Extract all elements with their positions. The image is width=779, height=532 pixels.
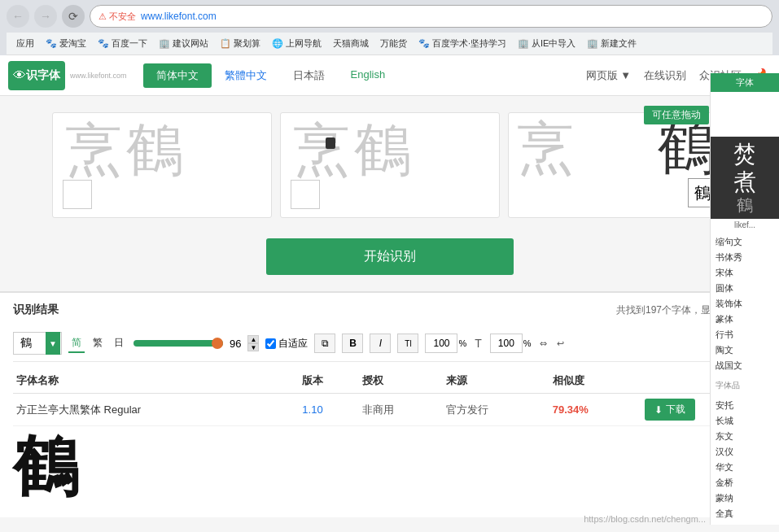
copy-icon: ⧉ bbox=[322, 338, 329, 349]
sidebar-item-changcheng[interactable]: 长城 bbox=[716, 413, 774, 429]
slider-value: 96 bbox=[230, 338, 241, 350]
filter-tab-traditional[interactable]: 繁 bbox=[90, 334, 106, 353]
char-card-2: 烹 鶴 bbox=[280, 112, 500, 218]
char-dropdown-btn[interactable]: ▼ bbox=[46, 332, 60, 355]
version-link[interactable]: 1.10 bbox=[302, 403, 322, 416]
apps-label: 应用 bbox=[16, 37, 34, 50]
char-card-3: 烹 鶴 鶴 bbox=[508, 112, 728, 218]
back-button[interactable]: ← bbox=[7, 5, 29, 28]
sidebar-item-suoju[interactable]: 缩句文 bbox=[716, 234, 774, 250]
draggable-popup[interactable]: 可任意拖动 bbox=[644, 106, 709, 124]
table-body: 方正兰亭大黑繁体 Regular 1.10 非商用 官方发行 bbox=[13, 394, 766, 426]
sidebar-item-dongwen[interactable]: 东文 bbox=[716, 429, 774, 444]
bookmark-ie-import[interactable]: 🏢 从IE中导入 bbox=[513, 36, 580, 51]
card2-bg-char1: 烹 bbox=[293, 121, 350, 178]
tab-japanese[interactable]: 日本語 bbox=[280, 63, 338, 88]
preview-char-2: 煮 bbox=[715, 168, 775, 196]
bookmark-suggest[interactable]: 🏢 建议网站 bbox=[154, 36, 213, 51]
bookmark-juhua[interactable]: 📋 聚划算 bbox=[215, 36, 265, 51]
similarity-cell: 79.34% bbox=[549, 394, 642, 426]
filter-tab-simplified[interactable]: 简 bbox=[68, 334, 85, 353]
license-cell: 非商用 bbox=[359, 394, 442, 426]
auto-fit-checkbox-wrap: 自适应 bbox=[265, 337, 308, 351]
bookmark-icon-4: 📋 bbox=[220, 38, 231, 49]
sidebar-item-xingshu[interactable]: 行书 bbox=[716, 327, 774, 342]
right-sidebar: 字体 可任意拖动 焚 煮 鶴 likef... 缩句文 书体秀 宋体 圆体 装饰… bbox=[710, 73, 779, 517]
sidebar-item-hanyi[interactable]: 汉仪 bbox=[716, 444, 774, 460]
font-table: 字体名称 版本 授权 来源 相似度 方正兰亭大黑繁体 Regular bbox=[13, 368, 766, 426]
address-bar[interactable]: ⚠ 不安全 www.likefont.com bbox=[90, 5, 772, 28]
bookmark-wanneng[interactable]: 万能货 bbox=[375, 36, 412, 51]
spin-down[interactable]: ▼ bbox=[247, 343, 259, 351]
card2-bg-chars: 烹 鶴 bbox=[293, 121, 411, 178]
font-size-input-2[interactable] bbox=[490, 334, 523, 353]
logo-box: 👁 识字体 bbox=[8, 61, 65, 90]
bookmark-nav[interactable]: 🌐 上网导航 bbox=[267, 36, 326, 51]
browser-chrome: ← → ⟳ ⚠ 不安全 www.likefont.com 应用 🐾 爱淘宝 🐾 … bbox=[0, 0, 779, 55]
sidebar-item-zhuangshi[interactable]: 装饰体 bbox=[716, 296, 774, 312]
bold-button[interactable]: B bbox=[342, 334, 363, 353]
tf-button[interactable]: Tl bbox=[397, 334, 418, 353]
similarity-slider[interactable] bbox=[133, 337, 223, 350]
bookmark-label-8: 百度学术·坚持学习 bbox=[432, 37, 506, 50]
percent-label-1: % bbox=[458, 338, 466, 348]
sidebar-item-anto[interactable]: 安托 bbox=[716, 398, 774, 413]
table-header-row: 字体名称 版本 授权 来源 相似度 bbox=[13, 368, 766, 394]
resize-icon[interactable]: ⇔ bbox=[538, 337, 549, 351]
filter-tab-japanese[interactable]: 日 bbox=[111, 334, 127, 353]
undo-icon[interactable]: ↩ bbox=[555, 337, 566, 351]
source-text: 官方发行 bbox=[446, 403, 488, 416]
sidebar-item-mengna[interactable]: 蒙纳 bbox=[716, 491, 774, 506]
auto-fit-checkbox[interactable] bbox=[265, 338, 276, 349]
sidebar-item-taowu[interactable]: 陶文 bbox=[716, 342, 774, 358]
font-size-input-1[interactable] bbox=[425, 334, 457, 353]
bookmark-aitaobao[interactable]: 🐾 爱淘宝 bbox=[41, 36, 91, 51]
slider-track bbox=[133, 340, 223, 347]
sidebar-item-yuanti[interactable]: 圆体 bbox=[716, 281, 774, 296]
site-header: 👁 识字体 www.likefont.com 简体中文 繁體中文 日本語 Eng… bbox=[0, 55, 779, 96]
bookmark-label-7: 万能货 bbox=[380, 37, 407, 50]
char-drop-box-2[interactable] bbox=[291, 180, 320, 209]
sidebar-item-quanzhen[interactable]: 全真 bbox=[716, 506, 774, 517]
small-char-dot bbox=[326, 137, 335, 149]
table-header: 字体名称 版本 授权 来源 相似度 bbox=[13, 368, 766, 394]
sidebar-item-jinqiao[interactable]: 金桥 bbox=[716, 475, 774, 491]
reload-button[interactable]: ⟳ bbox=[62, 5, 85, 28]
online-identify-link[interactable]: 在线识别 bbox=[644, 68, 686, 83]
filter-bar: ▼ 简 繁 日 96 bbox=[13, 325, 766, 362]
web-version-dropdown[interactable]: 网页版 ▼ bbox=[586, 68, 631, 83]
sidebar-item-huawen[interactable]: 华文 bbox=[716, 460, 774, 475]
bookmark-tmall[interactable]: 天猫商城 bbox=[328, 36, 374, 51]
tab-simplified-chinese[interactable]: 简体中文 bbox=[143, 63, 212, 88]
results-title: 识别结果 bbox=[13, 303, 59, 317]
tab-english[interactable]: English bbox=[338, 63, 399, 88]
bookmark-apps[interactable]: 应用 bbox=[11, 36, 39, 51]
bookmark-label-10: 新建文件 bbox=[601, 37, 637, 50]
download-icon: ⬇ bbox=[654, 404, 663, 416]
forward-button[interactable]: → bbox=[34, 5, 57, 28]
italic-button[interactable]: I bbox=[370, 334, 391, 353]
browser-nav: ← → ⟳ ⚠ 不安全 www.likefont.com bbox=[7, 5, 772, 28]
sidebar-item-songti[interactable]: 宋体 bbox=[716, 265, 774, 281]
bookmark-new-file[interactable]: 🏢 新建文件 bbox=[582, 36, 641, 51]
bookmark-label-3: 建议网站 bbox=[173, 37, 208, 50]
main-layout: 👁 识字体 www.likefont.com 简体中文 繁體中文 日本語 Eng… bbox=[0, 55, 779, 517]
copy-button[interactable]: ⧉ bbox=[314, 334, 335, 353]
col-license: 授权 bbox=[359, 368, 442, 394]
bookmark-baidu[interactable]: 🐾 百度一下 bbox=[93, 36, 152, 51]
slider-thumb[interactable] bbox=[212, 338, 223, 349]
license-text: 非商用 bbox=[362, 403, 394, 416]
sidebar-item-zhuanti[interactable]: 篆体 bbox=[716, 312, 774, 327]
bookmark-baiduxue[interactable]: 🐾 百度学术·坚持学习 bbox=[414, 36, 511, 51]
spin-up[interactable]: ▲ bbox=[247, 335, 259, 343]
slider-spin: ▲ ▼ bbox=[247, 335, 259, 351]
percent-label-2: % bbox=[523, 338, 532, 348]
identify-button[interactable]: 开始识别 bbox=[266, 238, 514, 275]
sidebar-item-zhanguo[interactable]: 战国文 bbox=[716, 358, 774, 373]
char-drop-box-1[interactable] bbox=[63, 180, 92, 209]
sidebar-item-shuti[interactable]: 书体秀 bbox=[716, 250, 774, 265]
tab-traditional-chinese[interactable]: 繁體中文 bbox=[212, 63, 280, 88]
sidebar-site-label: likef... bbox=[711, 219, 779, 231]
col-font-name: 字体名称 bbox=[13, 368, 299, 394]
download-button[interactable]: ⬇ 下载 bbox=[645, 399, 695, 421]
